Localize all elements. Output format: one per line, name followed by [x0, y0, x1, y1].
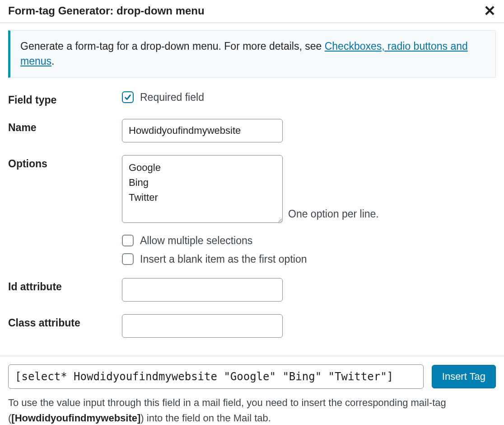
info-notice: Generate a form-tag for a drop-down menu…: [8, 30, 496, 78]
class-attribute-input[interactable]: [122, 314, 283, 338]
row-id-attribute: Id attribute: [8, 278, 496, 302]
row-field-type: Field type Required field: [8, 91, 496, 106]
form-body: Field type Required field Name Options O…: [0, 91, 504, 356]
id-attribute-input[interactable]: [122, 278, 283, 302]
close-icon[interactable]: ✕: [484, 4, 496, 18]
allow-multiple-label: Allow multiple selections: [140, 235, 252, 247]
label-name: Name: [8, 119, 122, 134]
options-hint: One option per line.: [288, 208, 379, 223]
label-class-attribute: Class attribute: [8, 314, 122, 329]
dialog-title: Form-tag Generator: drop-down menu: [8, 5, 205, 17]
footer-mail-tag: [Howdidyoufindmywebsite]: [11, 412, 140, 424]
footer-help-suffix: ) into the field on the Mail tab.: [140, 412, 271, 424]
allow-multiple-checkbox[interactable]: [122, 235, 134, 246]
label-options: Options: [8, 155, 122, 170]
required-checkbox-label: Required field: [140, 91, 204, 104]
insert-tag-button[interactable]: Insert Tag: [432, 365, 496, 388]
row-class-attribute: Class attribute: [8, 314, 496, 338]
notice-text-prefix: Generate a form-tag for a drop-down menu…: [20, 40, 325, 52]
insert-blank-checkbox[interactable]: [122, 253, 134, 265]
dialog-footer: Insert Tag To use the value input throug…: [0, 356, 504, 425]
dialog-header: Form-tag Generator: drop-down menu ✕: [0, 0, 504, 23]
label-id-attribute: Id attribute: [8, 278, 122, 293]
notice-text-suffix: .: [51, 55, 54, 67]
name-input[interactable]: [122, 119, 283, 142]
insert-blank-label: Insert a blank item as the first option: [140, 253, 307, 265]
required-checkbox[interactable]: [122, 91, 134, 103]
generated-tag-output[interactable]: [8, 364, 424, 389]
options-textarea[interactable]: [122, 155, 283, 223]
footer-help-text: To use the value input through this fiel…: [8, 395, 496, 425]
label-field-type: Field type: [8, 91, 122, 106]
row-name: Name: [8, 119, 496, 142]
row-options: Options One option per line. Allow multi…: [8, 155, 496, 265]
